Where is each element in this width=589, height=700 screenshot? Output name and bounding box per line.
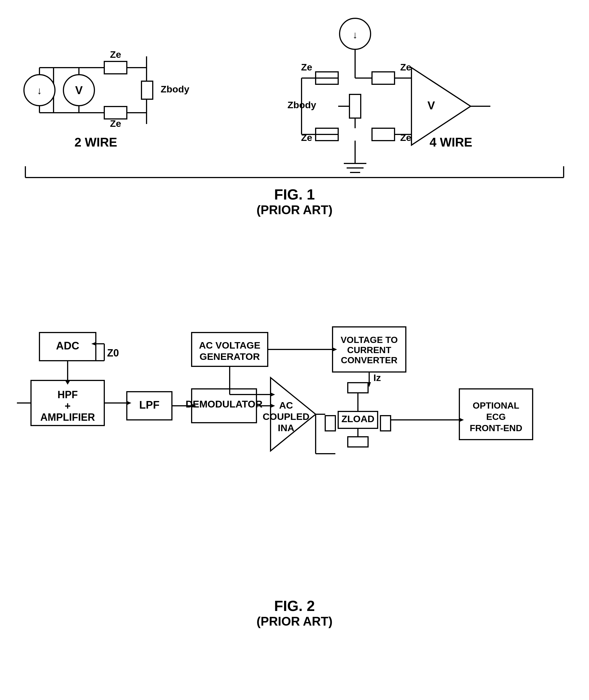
svg-text:Zbody: Zbody <box>161 84 189 94</box>
svg-text:CONVERTER: CONVERTER <box>341 355 398 365</box>
svg-text:Ze: Ze <box>301 132 312 143</box>
svg-text:HPF: HPF <box>57 389 78 401</box>
svg-rect-88 <box>380 416 391 431</box>
svg-text:Z0: Z0 <box>107 347 119 359</box>
svg-text:V: V <box>427 99 435 111</box>
svg-text:AC VOLTAGE: AC VOLTAGE <box>199 340 260 351</box>
svg-text:INA: INA <box>278 422 294 433</box>
svg-text:Ze: Ze <box>400 62 411 72</box>
svg-text:↓: ↓ <box>353 29 358 41</box>
svg-text:AC: AC <box>279 400 293 411</box>
svg-text:FRONT-END: FRONT-END <box>470 423 523 433</box>
svg-text:V: V <box>75 84 83 96</box>
svg-rect-87 <box>325 416 335 431</box>
svg-text:Ze: Ze <box>301 62 312 72</box>
fig1-container: ↓ V Ze Ze Zbody 2 WIRE <box>17 11 572 223</box>
svg-text:COUPLED: COUPLED <box>263 411 310 422</box>
svg-text:OPTIONAL: OPTIONAL <box>472 401 519 411</box>
svg-text:GENERATOR: GENERATOR <box>200 351 260 362</box>
svg-text:2 WIRE: 2 WIRE <box>74 135 117 149</box>
svg-rect-34 <box>372 128 395 141</box>
fig2-svg: ADC HPF + AMPLIFIER LPF DEMODULATOR AC C… <box>17 316 572 626</box>
fig2-title-text: FIG. 2 <box>17 598 572 614</box>
svg-rect-18 <box>142 81 153 99</box>
svg-text:Ze: Ze <box>110 49 121 60</box>
svg-text:ECG: ECG <box>486 412 506 422</box>
svg-text:4 WIRE: 4 WIRE <box>429 135 472 149</box>
svg-text:AMPLIFIER: AMPLIFIER <box>40 412 95 423</box>
svg-text:ZLOAD: ZLOAD <box>341 413 374 424</box>
svg-text:Iz: Iz <box>373 372 381 383</box>
svg-rect-36 <box>350 94 361 118</box>
svg-text:DEMODULATOR: DEMODULATOR <box>186 399 263 410</box>
svg-rect-16 <box>104 106 127 119</box>
svg-text:Ze: Ze <box>110 118 121 129</box>
svg-text:+: + <box>64 400 70 412</box>
fig1-subtitle-text: (PRIOR ART) <box>17 203 572 217</box>
svg-rect-86 <box>348 437 368 447</box>
fig2-subtitle-text: (PRIOR ART) <box>17 614 572 629</box>
fig1-title-text: FIG. 1 <box>17 186 572 203</box>
fig2-title: FIG. 2 (PRIOR ART) <box>17 598 572 629</box>
svg-marker-50 <box>411 68 471 145</box>
svg-text:LPF: LPF <box>139 399 160 411</box>
svg-rect-14 <box>104 61 127 74</box>
fig1-title: FIG. 1 (PRIOR ART) <box>17 186 572 217</box>
svg-rect-85 <box>348 383 368 393</box>
svg-text:ADC: ADC <box>56 340 79 352</box>
svg-text:VOLTAGE TO: VOLTAGE TO <box>341 335 398 345</box>
bracket-svg <box>17 158 572 183</box>
svg-text:CURRENT: CURRENT <box>347 345 391 355</box>
fig2-container: ADC HPF + AMPLIFIER LPF DEMODULATOR AC C… <box>17 316 572 682</box>
svg-text:Ze: Ze <box>400 132 411 143</box>
svg-text:↓: ↓ <box>37 85 42 96</box>
svg-rect-30 <box>372 72 395 84</box>
page: ↓ V Ze Ze Zbody 2 WIRE <box>0 0 589 700</box>
